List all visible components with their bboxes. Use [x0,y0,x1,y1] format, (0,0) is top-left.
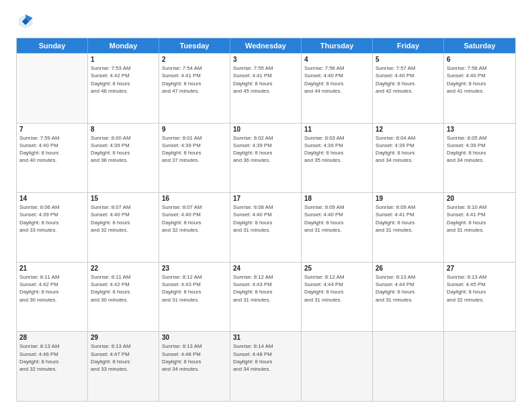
calendar-cell-13: 13Sunrise: 8:05 AM Sunset: 4:39 PM Dayli… [444,124,515,193]
weekday-header-saturday: Saturday [444,38,515,53]
cell-day-info: Sunrise: 8:08 AM Sunset: 4:40 PM Dayligh… [233,203,298,234]
cell-day-number: 30 [162,334,227,341]
cell-day-number: 27 [447,265,513,272]
cell-day-info: Sunrise: 8:13 AM Sunset: 4:46 PM Dayligh… [19,342,85,373]
cell-day-number: 18 [304,195,369,202]
cell-day-number: 3 [233,56,298,63]
cell-day-number: 15 [91,195,156,202]
cell-day-info: Sunrise: 8:04 AM Sunset: 4:39 PM Dayligh… [375,134,441,165]
cell-day-info: Sunrise: 8:12 AM Sunset: 4:44 PM Dayligh… [304,273,369,304]
calendar-cell-1: 1Sunrise: 7:53 AM Sunset: 4:42 PM Daylig… [88,54,159,123]
cell-day-number: 11 [304,126,369,133]
weekday-header-sunday: Sunday [17,38,88,53]
calendar-cell-15: 15Sunrise: 8:07 AM Sunset: 4:40 PM Dayli… [88,193,159,262]
calendar: SundayMondayTuesdayWednesdayThursdayFrid… [16,38,516,402]
cell-day-info: Sunrise: 7:58 AM Sunset: 4:40 PM Dayligh… [447,64,513,95]
weekday-header-thursday: Thursday [302,38,373,53]
cell-day-info: Sunrise: 7:53 AM Sunset: 4:42 PM Dayligh… [91,64,156,95]
calendar-cell-23: 23Sunrise: 8:12 AM Sunset: 4:43 PM Dayli… [159,263,230,332]
calendar-cell-empty-6 [444,332,515,401]
cell-day-number: 29 [91,334,156,341]
cell-day-info: Sunrise: 8:13 AM Sunset: 4:45 PM Dayligh… [447,273,513,304]
cell-day-number: 25 [304,265,369,272]
cell-day-number: 7 [19,126,85,133]
calendar-cell-29: 29Sunrise: 8:13 AM Sunset: 4:47 PM Dayli… [88,332,159,401]
cell-day-info: Sunrise: 8:07 AM Sunset: 4:40 PM Dayligh… [162,203,227,234]
weekday-header-tuesday: Tuesday [159,38,230,53]
cell-day-number: 14 [19,195,85,202]
cell-day-number: 5 [375,56,441,63]
calendar-body: 1Sunrise: 7:53 AM Sunset: 4:42 PM Daylig… [17,53,515,401]
cell-day-info: Sunrise: 8:11 AM Sunset: 4:42 PM Dayligh… [91,273,156,304]
cell-day-number: 26 [375,265,441,272]
cell-day-number: 20 [447,195,513,202]
cell-day-info: Sunrise: 8:13 AM Sunset: 4:44 PM Dayligh… [375,273,441,304]
cell-day-info: Sunrise: 8:12 AM Sunset: 4:43 PM Dayligh… [162,273,227,304]
cell-day-info: Sunrise: 7:56 AM Sunset: 4:40 PM Dayligh… [304,64,369,95]
calendar-cell-empty-0 [17,54,88,123]
calendar-cell-30: 30Sunrise: 8:13 AM Sunset: 4:48 PM Dayli… [159,332,230,401]
cell-day-number: 16 [162,195,227,202]
calendar-cell-3: 3Sunrise: 7:55 AM Sunset: 4:41 PM Daylig… [230,54,302,123]
cell-day-info: Sunrise: 8:10 AM Sunset: 4:41 PM Dayligh… [447,203,513,234]
cell-day-info: Sunrise: 8:05 AM Sunset: 4:39 PM Dayligh… [447,134,513,165]
calendar-cell-7: 7Sunrise: 7:59 AM Sunset: 4:40 PM Daylig… [17,124,88,193]
cell-day-number: 6 [447,56,513,63]
calendar-cell-18: 18Sunrise: 8:09 AM Sunset: 4:40 PM Dayli… [302,193,373,262]
cell-day-number: 17 [233,195,298,202]
calendar-cell-11: 11Sunrise: 8:03 AM Sunset: 4:39 PM Dayli… [302,124,373,193]
cell-day-info: Sunrise: 7:59 AM Sunset: 4:40 PM Dayligh… [19,134,85,165]
cell-day-number: 31 [233,334,298,341]
calendar-cell-27: 27Sunrise: 8:13 AM Sunset: 4:45 PM Dayli… [444,263,515,332]
cell-day-info: Sunrise: 8:09 AM Sunset: 4:41 PM Dayligh… [375,203,441,234]
calendar-cell-9: 9Sunrise: 8:01 AM Sunset: 4:39 PM Daylig… [159,124,230,193]
logo-icon [16,12,35,31]
cell-day-number: 24 [233,265,298,272]
cell-day-info: Sunrise: 8:00 AM Sunset: 4:39 PM Dayligh… [91,134,156,165]
calendar-cell-21: 21Sunrise: 8:11 AM Sunset: 4:42 PM Dayli… [17,263,88,332]
cell-day-info: Sunrise: 7:57 AM Sunset: 4:40 PM Dayligh… [375,64,441,95]
logo [16,12,38,31]
cell-day-info: Sunrise: 8:03 AM Sunset: 4:39 PM Dayligh… [304,134,369,165]
cell-day-info: Sunrise: 8:02 AM Sunset: 4:39 PM Dayligh… [233,134,298,165]
calendar-cell-5: 5Sunrise: 7:57 AM Sunset: 4:40 PM Daylig… [373,54,444,123]
cell-day-info: Sunrise: 8:14 AM Sunset: 4:48 PM Dayligh… [233,342,298,373]
cell-day-info: Sunrise: 8:13 AM Sunset: 4:48 PM Dayligh… [162,342,227,373]
cell-day-info: Sunrise: 7:55 AM Sunset: 4:41 PM Dayligh… [233,64,298,95]
calendar-row-4: 28Sunrise: 8:13 AM Sunset: 4:46 PM Dayli… [17,331,515,401]
calendar-cell-28: 28Sunrise: 8:13 AM Sunset: 4:46 PM Dayli… [17,332,88,401]
calendar-cell-22: 22Sunrise: 8:11 AM Sunset: 4:42 PM Dayli… [88,263,159,332]
calendar-header: SundayMondayTuesdayWednesdayThursdayFrid… [17,38,515,53]
calendar-cell-10: 10Sunrise: 8:02 AM Sunset: 4:39 PM Dayli… [230,124,302,193]
calendar-cell-8: 8Sunrise: 8:00 AM Sunset: 4:39 PM Daylig… [88,124,159,193]
calendar-cell-14: 14Sunrise: 8:06 AM Sunset: 4:39 PM Dayli… [17,193,88,262]
cell-day-number: 10 [233,126,298,133]
calendar-cell-empty-5 [373,332,444,401]
page: SundayMondayTuesdayWednesdayThursdayFrid… [0,0,532,411]
cell-day-number: 8 [91,126,156,133]
cell-day-info: Sunrise: 8:12 AM Sunset: 4:43 PM Dayligh… [233,273,298,304]
calendar-row-0: 1Sunrise: 7:53 AM Sunset: 4:42 PM Daylig… [17,53,515,123]
calendar-cell-31: 31Sunrise: 8:14 AM Sunset: 4:48 PM Dayli… [230,332,302,401]
calendar-row-1: 7Sunrise: 7:59 AM Sunset: 4:40 PM Daylig… [17,123,515,193]
cell-day-number: 9 [162,126,227,133]
cell-day-number: 19 [375,195,441,202]
cell-day-number: 28 [19,334,85,341]
calendar-row-2: 14Sunrise: 8:06 AM Sunset: 4:39 PM Dayli… [17,192,515,262]
calendar-cell-6: 6Sunrise: 7:58 AM Sunset: 4:40 PM Daylig… [444,54,515,123]
calendar-cell-empty-4 [302,332,373,401]
weekday-header-friday: Friday [373,38,444,53]
calendar-cell-25: 25Sunrise: 8:12 AM Sunset: 4:44 PM Dayli… [302,263,373,332]
cell-day-info: Sunrise: 8:01 AM Sunset: 4:39 PM Dayligh… [162,134,227,165]
cell-day-info: Sunrise: 8:11 AM Sunset: 4:42 PM Dayligh… [19,273,85,304]
cell-day-info: Sunrise: 8:13 AM Sunset: 4:47 PM Dayligh… [91,342,156,373]
calendar-row-3: 21Sunrise: 8:11 AM Sunset: 4:42 PM Dayli… [17,262,515,332]
cell-day-number: 23 [162,265,227,272]
cell-day-number: 4 [304,56,369,63]
cell-day-info: Sunrise: 7:54 AM Sunset: 4:41 PM Dayligh… [162,64,227,95]
calendar-cell-24: 24Sunrise: 8:12 AM Sunset: 4:43 PM Dayli… [230,263,302,332]
cell-day-info: Sunrise: 8:07 AM Sunset: 4:40 PM Dayligh… [91,203,156,234]
cell-day-number: 12 [375,126,441,133]
calendar-cell-12: 12Sunrise: 8:04 AM Sunset: 4:39 PM Dayli… [373,124,444,193]
cell-day-number: 2 [162,56,227,63]
